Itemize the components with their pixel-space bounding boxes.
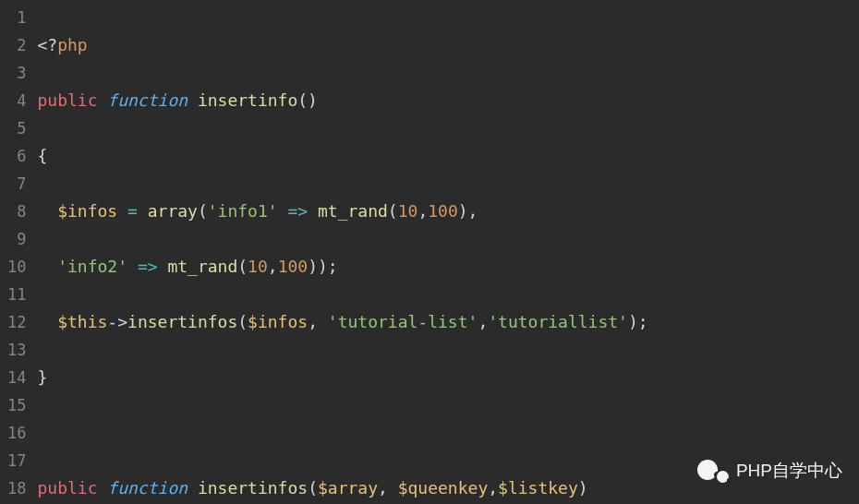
line-number: 1: [7, 4, 26, 31]
line-number: 9: [7, 225, 26, 253]
line-number: 18: [7, 474, 26, 502]
line-number: 16: [7, 419, 26, 447]
line-number: 7: [7, 170, 26, 198]
line-number: 11: [7, 281, 26, 308]
code-area[interactable]: <?php public function insertinfo() { $in…: [37, 0, 859, 504]
code-editor: 1 2 3 4 5 6 7 8 9 10 11 12 13 14 15 16 1…: [0, 0, 859, 504]
line-number: 12: [7, 308, 26, 336]
line-number: 5: [7, 114, 26, 142]
code-line: 'info2' => mt_rand(10,100));: [37, 253, 859, 281]
code-line: public function insertinfo(): [37, 87, 859, 114]
watermark-text: PHP自学中心: [736, 459, 842, 483]
line-number: 10: [7, 253, 26, 281]
code-line: $infos = array('info1' => mt_rand(10,100…: [37, 198, 859, 225]
code-line: <?php: [37, 31, 859, 59]
line-number: 2: [7, 31, 26, 59]
code-line: {: [37, 142, 859, 170]
line-number: 8: [7, 198, 26, 225]
line-number: 3: [7, 59, 26, 87]
line-number: 6: [7, 142, 26, 170]
line-number: 17: [7, 447, 26, 474]
line-number: 13: [7, 336, 26, 364]
line-number: 14: [7, 364, 26, 391]
line-number: 15: [7, 391, 26, 419]
code-line: $this->insertinfos($infos, 'tutorial-lis…: [37, 308, 859, 336]
watermark: PHP自学中心: [697, 458, 842, 484]
code-line: }: [37, 364, 859, 391]
line-number-gutter: 1 2 3 4 5 6 7 8 9 10 11 12 13 14 15 16 1…: [0, 0, 37, 504]
wechat-icon: [697, 458, 729, 484]
line-number: 4: [7, 87, 26, 114]
code-line: [37, 419, 859, 447]
